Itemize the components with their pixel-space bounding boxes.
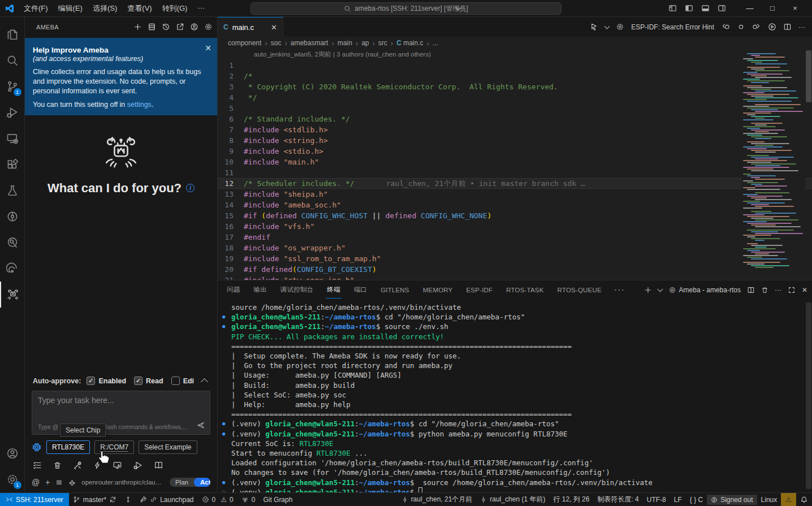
notifications-bell[interactable] <box>796 493 812 506</box>
breadcrumb[interactable]: component›soc›amebasmart›main›ap›src›C m… <box>218 37 812 49</box>
toggle-sidebar-left-icon[interactable] <box>685 4 693 12</box>
minimize-button[interactable]: — <box>738 4 761 12</box>
code-line[interactable]: 21#include "rtw_coex_ipc.h" <box>218 275 812 280</box>
esp-idf-hint-button[interactable]: ESP-IDF: Search Error Hint <box>631 23 714 31</box>
screen-cursor-icon[interactable] <box>113 461 122 470</box>
panel-tab-3[interactable]: 终端 <box>326 282 341 299</box>
ameba-cline-icon[interactable] <box>0 282 25 308</box>
code-line[interactable]: 9#include <stdio.h> <box>218 146 812 157</box>
breadcrumb-item[interactable]: C main.c <box>396 39 423 47</box>
command-center-search[interactable]: ameba-rtos [SSH: 211server] [管理员] <box>250 2 562 15</box>
code-line[interactable]: 8#include <string.h> <box>218 135 812 146</box>
code-line[interactable]: 14#include "ameba_soc.h" <box>218 200 812 210</box>
model-scale-icon[interactable] <box>68 478 76 487</box>
new-task-icon[interactable] <box>133 23 142 31</box>
line-blame-status[interactable]: raul_chen, 21个月前 <box>398 493 477 506</box>
close-window-button[interactable]: × <box>784 4 806 12</box>
split-editor-icon[interactable] <box>783 23 792 31</box>
breadcrumb-item[interactable]: soc <box>271 39 282 47</box>
select-example-button[interactable]: Select Example <box>139 440 197 454</box>
auto-approve-read[interactable]: ✓Read <box>134 377 163 385</box>
code-line[interactable]: 16#include "vfs.h" <box>218 221 812 232</box>
settings-gear-icon[interactable] <box>616 23 624 31</box>
code-line[interactable]: 4 */ <box>218 92 812 103</box>
terminal-dropdown-icon[interactable] <box>657 286 663 292</box>
accounts-icon[interactable] <box>0 440 25 466</box>
code-line[interactable]: 12/* Scheduler includes. */raul_chen, 21… <box>218 178 812 189</box>
rules-stack-icon[interactable] <box>55 478 63 487</box>
task-input[interactable] <box>38 396 204 415</box>
encoding-status[interactable]: UTF-8 <box>643 493 670 506</box>
code-line[interactable]: 5 <box>218 103 812 114</box>
run-debug-icon[interactable] <box>0 100 25 126</box>
menu-item-4[interactable]: 转到(G) <box>158 2 192 15</box>
mention-icon[interactable]: @ <box>32 478 40 487</box>
gitlens-search-icon[interactable] <box>0 230 25 256</box>
menu-item-1[interactable]: 编辑(E) <box>54 2 87 15</box>
git-graph-status[interactable]: Git Graph <box>259 493 296 506</box>
menu-bar[interactable]: 文件(F)编辑(E)选择(S)查看(V)转到(G)··· <box>19 2 209 15</box>
chevron-down-icon[interactable] <box>604 23 610 29</box>
mcp-servers-icon[interactable] <box>148 23 156 31</box>
trash-icon[interactable] <box>53 461 62 470</box>
run-code-icon[interactable] <box>768 23 776 31</box>
gitlens-status-icon[interactable] <box>120 493 136 506</box>
history-icon[interactable] <box>162 23 170 31</box>
breadcrumb-item[interactable]: main <box>338 39 352 47</box>
extensions-icon[interactable] <box>0 152 25 178</box>
branch-status[interactable]: master* <box>69 493 120 506</box>
task-list-icon[interactable] <box>33 461 42 470</box>
split-terminal-icon[interactable] <box>747 286 755 294</box>
menu-item-0[interactable]: 文件(F) <box>19 2 53 15</box>
info-icon[interactable]: i <box>186 184 195 192</box>
editor-scrollbar[interactable] <box>805 49 812 280</box>
auto-approve-enabled[interactable]: ✓Enabled <box>87 377 126 385</box>
breadcrumb-item[interactable]: component <box>228 39 261 47</box>
tab-close-icon[interactable]: ✕ <box>271 23 277 32</box>
change-marker-icon[interactable] <box>737 23 745 31</box>
remote-explorer-icon[interactable] <box>0 126 25 152</box>
code-line[interactable]: 7#include <stdlib.h> <box>218 124 812 135</box>
run-task-icon[interactable] <box>590 23 598 31</box>
breadcrumb-item[interactable]: ap <box>361 39 369 47</box>
code-line[interactable]: 1 <box>218 60 812 71</box>
panel-tab-8[interactable]: RTOS-TASK <box>505 283 545 297</box>
code-line[interactable]: 19#include "ssl_rom_to_ram_map.h" <box>218 253 812 264</box>
maximize-panel-icon[interactable] <box>788 286 796 294</box>
panel-tabs[interactable]: 问题输出调试控制台终端端口GITLENSMEMORYESP-IDFRTOS-TA… <box>226 282 614 299</box>
indentation-status[interactable]: 制表符长度: 4 <box>593 493 642 506</box>
testing-icon[interactable] <box>0 178 25 204</box>
code-line[interactable]: 3 * Copyright (C) 2020 Realtek Semicondu… <box>218 81 812 92</box>
os-status[interactable]: Linux <box>757 493 781 506</box>
terminal-list-item[interactable]: Ameba - ameba-rtos <box>668 286 741 294</box>
signed-out-status[interactable]: Signed out <box>707 495 757 505</box>
panel-tab-1[interactable]: 输出 <box>252 282 267 298</box>
auto-approve-edi[interactable]: Edi <box>171 377 194 385</box>
mode-toggle[interactable]: Plan Act <box>170 478 210 487</box>
panel-tab-5[interactable]: GITLENS <box>379 283 411 297</box>
add-context-icon[interactable]: + <box>45 478 50 487</box>
source-control-icon[interactable]: 1 <box>0 73 25 100</box>
panel-tab-6[interactable]: MEMORY <box>422 283 454 297</box>
launchpad-status[interactable]: Launchpad <box>136 493 197 506</box>
ports-status[interactable]: 0 <box>237 493 260 506</box>
banner-close-icon[interactable]: ✕ <box>205 44 211 53</box>
problems-status[interactable]: 0 ⚠ 0 <box>198 493 237 506</box>
code-editor[interactable]: 12/*3 * Copyright (C) 2020 Realtek Semic… <box>218 60 812 280</box>
settings-gear-icon[interactable]: 1 <box>0 466 25 492</box>
minimap[interactable] <box>742 49 805 280</box>
cursor-position-status[interactable]: 行 12, 列 26 <box>549 493 593 506</box>
customize-layout-icon[interactable] <box>668 4 677 12</box>
new-terminal-icon[interactable] <box>644 286 652 294</box>
panel-more-icon[interactable]: ··· <box>775 286 781 294</box>
act-mode-button[interactable]: Act <box>194 478 210 487</box>
remote-status[interactable]: SSH: 211server <box>0 493 69 506</box>
code-line[interactable]: 10#include "main.h" <box>218 157 812 167</box>
tab-main-c[interactable]: C main.c ✕ <box>218 17 283 37</box>
menu-item-2[interactable]: 选择(S) <box>88 2 122 15</box>
docs-book-icon[interactable] <box>154 461 163 470</box>
more-actions-icon[interactable]: ··· <box>798 23 805 31</box>
model-label[interactable]: openrouter:anthropic/claude-so... <box>81 479 164 486</box>
panel-tab-2[interactable]: 调试控制台 <box>279 282 315 298</box>
esp-idf-icon[interactable] <box>0 256 25 282</box>
